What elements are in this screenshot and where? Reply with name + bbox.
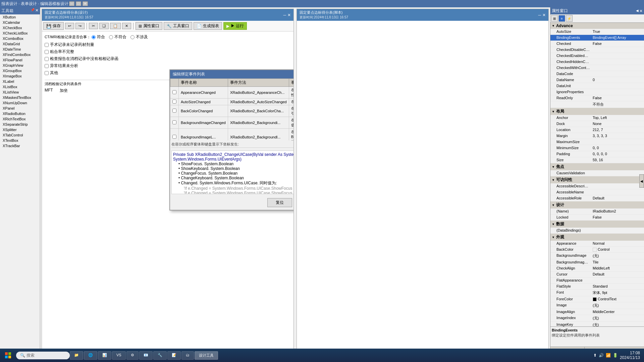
radio-conform[interactable]: 符合 [92, 34, 105, 40]
props-btn-3[interactable]: ⚡ [566, 15, 573, 22]
minimize-button[interactable]: ─ [69, 1, 74, 6]
checkbox-4-input[interactable] [45, 64, 49, 68]
checkbox-1[interactable]: 手术记录未记录药材剂量 [45, 42, 291, 48]
category-appearance[interactable]: ▼ 外观 [550, 234, 644, 241]
reset-button[interactable]: 复位 [267, 198, 292, 207]
checkbox-2-input[interactable] [45, 50, 49, 54]
toolbox-close-icon[interactable]: ✕ [35, 8, 39, 14]
category-design[interactable]: ▼ 设计 [550, 201, 644, 208]
right-panel-minimize-icon[interactable]: ─ [538, 13, 541, 17]
toolbox-item-xtextbox[interactable]: XTextBox [0, 138, 40, 143]
cancel-button[interactable]: ✕ [122, 23, 131, 29]
radio-conform-input[interactable] [92, 35, 96, 39]
prop-bgimage: BackgroundImage (无) [550, 253, 644, 259]
toolbox-item-xflowpanel[interactable]: XFlowPanel [0, 57, 40, 63]
toolbox-item-xrichtextbox[interactable]: XRichTextBox [0, 116, 40, 122]
checkbox-3[interactable]: 检查报告在消档记录中没有相相记录函 [45, 56, 291, 62]
toolbox-item-xlabel[interactable]: XLabel [0, 79, 40, 84]
radio-nonconform-input[interactable] [109, 35, 113, 39]
copy-button[interactable]: ❑ [99, 23, 109, 29]
right-panel-close-icon[interactable]: ✕ [542, 13, 546, 17]
taskbar-item-app4[interactable]: 📧 [139, 351, 153, 360]
checkbox-4-label: 异常结果未分析 [50, 63, 78, 69]
toolbox-item-xfindcombobox[interactable]: XFindComboBox [0, 52, 40, 57]
toolbox-item-xbutton[interactable]: XButton [0, 14, 40, 20]
category-accessibility[interactable]: ▼ 可访问性 [550, 176, 644, 183]
redo-button[interactable]: ↪ [75, 23, 85, 29]
maximize-button[interactable]: □ [76, 1, 81, 6]
checkbox-2[interactable]: 粘合率不完整 [45, 49, 291, 55]
taskbar-item-app3[interactable]: ⚙ [126, 351, 139, 360]
category-focus[interactable]: ▼ 焦点 [550, 163, 644, 170]
radio-nonconform[interactable]: 不符合 [109, 34, 126, 40]
toolbox-item-xseparatestrip[interactable]: XSeparateStrip [0, 122, 40, 127]
toolbox-item-xcombobox[interactable]: XComboBox [0, 36, 40, 41]
toolbox-item-xchecklistbox[interactable]: XCheckListBox [0, 31, 40, 36]
props-btn-2[interactable]: ≡ [558, 15, 565, 22]
toolbox-item-xtabcontrol[interactable]: XTabControl [0, 132, 40, 138]
row-cb-5[interactable] [172, 135, 176, 139]
toolbox-item-xmaskedtextbox[interactable]: XMaskedTextBox [0, 95, 40, 100]
tools-window-button[interactable]: 🔧 工具窗口 [164, 22, 192, 30]
row-cb-3[interactable] [172, 109, 176, 113]
toolbox-item-xgraphview[interactable]: XGraphView [0, 63, 40, 68]
generate-report-button[interactable]: 📄 生成报表 [194, 22, 222, 30]
toolbox-item-xgroupbox[interactable]: XGroupBox [0, 68, 40, 73]
toolbox-item-xlistview[interactable]: XListView [0, 89, 40, 95]
toolbox-item-xsplitter[interactable]: XSplitter [0, 127, 40, 132]
toolbox-item-xtrackbar[interactable]: XTrackBar [0, 143, 40, 148]
radio-na[interactable]: 不涉及 [130, 34, 148, 40]
taskbar-item-browser[interactable]: 🌐 [84, 351, 97, 360]
taskbar-item-app1[interactable]: 📊 [98, 351, 111, 360]
properties-panel-close[interactable]: ✕ [639, 9, 643, 13]
taskbar-item-file-explorer[interactable]: 📁 [70, 351, 83, 360]
properties-window-button[interactable]: ⊞ 属性窗口 [136, 22, 162, 30]
prop-bindingevents[interactable]: BindingEvents BindingEvent[] Array [550, 35, 644, 41]
windows-start-button[interactable] [1, 350, 15, 361]
taskbar-item-app2[interactable]: VS [112, 351, 126, 360]
toolbox-item-xpanel[interactable]: XPanel [0, 106, 40, 111]
checkbox-5-input[interactable] [45, 71, 49, 75]
table-row[interactable]: AutoSizeChanged XRadioButton2_AutoSizeCh… [170, 99, 294, 105]
checkbox-3-input[interactable] [45, 57, 49, 61]
row-cb-1[interactable] [172, 90, 176, 94]
cut-button[interactable]: ✂ [89, 23, 98, 29]
taskbar-item-app5[interactable]: 🔧 [153, 351, 167, 360]
category-data[interactable]: ▼ 数据 [550, 221, 644, 228]
toolbox-item-xdatetime[interactable]: XDateTime [0, 47, 40, 52]
toolbox-pin-icon[interactable]: 📌 [31, 8, 35, 14]
close-button[interactable]: ✕ [83, 1, 88, 6]
toolbox-item-xdatagrid[interactable]: XDataGrid [0, 41, 40, 47]
taskbar-search-box[interactable]: 🔍 搜索 [16, 352, 70, 359]
undo-button[interactable]: ↩ [65, 23, 74, 29]
row-cb-4[interactable] [172, 120, 176, 124]
table-row[interactable]: BackColorChanged XRadioButton2_BackColor… [170, 105, 294, 117]
table-row[interactable]: AppearanceChanged XRadioButton2_Appearan… [170, 87, 294, 99]
save-button[interactable]: 💾 保存 [43, 22, 64, 30]
toolbox-item-xradiobutton[interactable]: XRadioButton [0, 111, 40, 116]
paste-button[interactable]: 📋 [110, 23, 121, 29]
right-expand-button[interactable]: ◀ [639, 174, 644, 188]
left-panel-close-icon[interactable]: ✕ [287, 13, 291, 17]
category-layout[interactable]: ▼ 布局 [550, 108, 644, 115]
toolbox-item-ximagebox[interactable]: XImageBox [0, 73, 40, 79]
taskbar-item-app6[interactable]: 📝 [167, 351, 181, 360]
toolbox-item-xlistbox[interactable]: XListBox [0, 84, 40, 89]
toolbox-item-xcalendar[interactable]: XCalendar [0, 20, 40, 25]
table-row[interactable]: BackgroundImageChanged XRadioButton2_Bac… [170, 117, 294, 129]
toolbox-item-xcheckbox[interactable]: XCheckBox [0, 25, 40, 31]
category-advance[interactable]: ▼ Advance [550, 23, 644, 29]
run-button[interactable]: ▶ ▶ 运行 [223, 22, 247, 30]
row-cb-2[interactable] [172, 100, 176, 104]
checkbox-1-input[interactable] [45, 43, 49, 47]
table-row[interactable]: BackgroundImageL... XRadioButton2_Backgr… [170, 129, 294, 141]
left-panel-minimize-icon[interactable]: ─ [283, 13, 286, 17]
checkbox-4[interactable]: 异常结果未分析 [45, 63, 291, 69]
taskbar-item-app7[interactable]: 🗂 [181, 351, 194, 360]
taskbar-item-active[interactable]: 设计工具 [195, 351, 218, 360]
properties-panel-expand[interactable]: ◀ [636, 9, 639, 13]
radio-na-input[interactable] [130, 35, 135, 39]
radio-group: 符合 不符合 不涉及 [92, 34, 148, 40]
props-btn-1[interactable]: ⊞ [551, 15, 558, 22]
toolbox-item-xnumupdown[interactable]: XNumUpDown [0, 100, 40, 106]
